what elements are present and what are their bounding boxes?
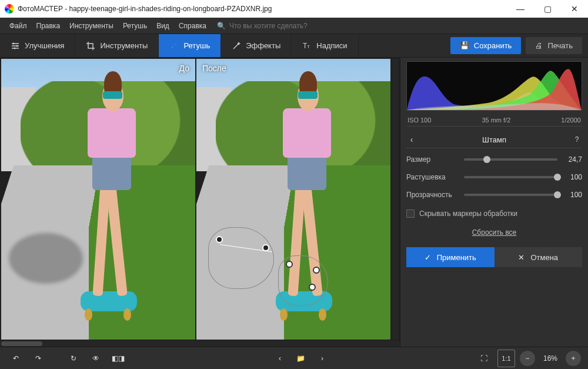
search-icon: 🔍 bbox=[217, 22, 226, 30]
checkbox-label: Скрывать маркеры обработки bbox=[419, 210, 517, 218]
slider-thumb[interactable] bbox=[483, 156, 490, 163]
checkbox[interactable] bbox=[406, 210, 415, 218]
zoom-in-button[interactable]: + bbox=[566, 351, 581, 366]
tab-text[interactable]: TT Надписи bbox=[292, 34, 358, 57]
save-label: Сохранить bbox=[474, 41, 512, 50]
nav-group: ‹ 📁 › bbox=[271, 350, 331, 367]
window-maximize-button[interactable]: ▢ bbox=[534, 0, 561, 18]
slider-label: Размер bbox=[406, 155, 459, 164]
slider-value: 24,7 bbox=[562, 155, 582, 164]
slider-label: Прозрачность bbox=[406, 191, 459, 199]
tab-label: Ретушь bbox=[183, 41, 210, 50]
menu-retouch[interactable]: Ретушь bbox=[118, 22, 152, 30]
side-panel: ISO 100 35 mm f/2 1/2000 ‹ Штамп ? Разме… bbox=[400, 58, 588, 347]
sliders-icon bbox=[11, 41, 20, 51]
stamp-target-marker[interactable] bbox=[262, 244, 269, 251]
search-input[interactable] bbox=[229, 22, 335, 30]
brush-icon bbox=[169, 41, 179, 51]
menu-file[interactable]: Файл bbox=[5, 22, 32, 30]
undo-button[interactable]: ↶ bbox=[7, 350, 25, 367]
tab-label: Улучшения bbox=[25, 41, 64, 50]
next-image-button[interactable]: › bbox=[313, 350, 331, 367]
tool-tabs: Улучшения Инструменты Ретушь Эффекты TT … bbox=[0, 34, 588, 58]
check-icon: ✓ bbox=[425, 253, 431, 262]
open-folder-button[interactable]: 📁 bbox=[292, 350, 310, 367]
tab-label: Эффекты bbox=[246, 41, 280, 50]
slider-label: Растушевка bbox=[406, 173, 459, 181]
print-button[interactable]: 🖨 Печать bbox=[526, 37, 582, 54]
reset-button[interactable]: ↻ bbox=[65, 350, 82, 367]
window-title: ФотоМАСТЕР - happy-teenage-girl-in-shade… bbox=[18, 5, 272, 13]
vertical-scrollbar[interactable] bbox=[392, 59, 399, 340]
print-label: Печать bbox=[547, 41, 573, 50]
canvas-area: До bbox=[0, 58, 400, 347]
menu-help[interactable]: Справка bbox=[174, 22, 211, 30]
slider-value: 100 bbox=[562, 173, 582, 181]
image-after[interactable]: После bbox=[196, 59, 390, 340]
tab-effects[interactable]: Эффекты bbox=[221, 34, 292, 57]
wand-icon bbox=[232, 41, 241, 51]
tab-enhancements[interactable]: Улучшения bbox=[0, 34, 75, 57]
compare-button[interactable]: ◧◨ bbox=[109, 350, 127, 367]
window-close-button[interactable]: ✕ bbox=[561, 0, 588, 18]
slider-thumb[interactable] bbox=[554, 191, 561, 198]
menu-tools[interactable]: Инструменты bbox=[65, 22, 118, 30]
save-button[interactable]: 💾 Сохранить bbox=[450, 37, 522, 54]
exif-focal: 35 mm f/2 bbox=[482, 117, 510, 124]
before-label: До bbox=[179, 64, 189, 73]
menu-view[interactable]: Вид bbox=[152, 22, 174, 30]
tab-label: Надписи bbox=[316, 41, 347, 50]
print-icon: 🖨 bbox=[535, 41, 543, 50]
after-label: После bbox=[202, 64, 226, 73]
panel-header: ‹ Штамп ? bbox=[406, 131, 582, 148]
save-icon: 💾 bbox=[460, 41, 469, 50]
tab-label: Инструменты bbox=[100, 41, 148, 50]
slider-thumb[interactable] bbox=[554, 174, 561, 181]
image-before[interactable]: До bbox=[1, 59, 195, 340]
stamp-handle[interactable] bbox=[309, 284, 316, 291]
window-minimize-button[interactable]: — bbox=[507, 0, 534, 18]
close-icon: ✕ bbox=[518, 253, 524, 262]
app-icon bbox=[5, 4, 14, 14]
cancel-label: Отмена bbox=[530, 253, 558, 262]
histogram[interactable] bbox=[406, 61, 582, 111]
exif-shutter: 1/2000 bbox=[561, 117, 581, 124]
cancel-button[interactable]: ✕ Отмена bbox=[495, 247, 583, 267]
svg-text:T: T bbox=[307, 44, 310, 49]
stamp-source-marker[interactable] bbox=[216, 236, 223, 243]
crop-icon bbox=[86, 41, 95, 51]
hide-markers-checkbox-row[interactable]: Скрывать маркеры обработки bbox=[406, 206, 582, 221]
menu-edit[interactable]: Правка bbox=[32, 22, 65, 30]
slider-track[interactable] bbox=[464, 194, 557, 196]
apply-label: Применить bbox=[437, 253, 476, 262]
redo-button[interactable]: ↷ bbox=[29, 350, 47, 367]
zoom-level: 16% bbox=[540, 354, 561, 363]
svg-point-1 bbox=[16, 45, 18, 46]
tab-instruments[interactable]: Инструменты bbox=[75, 34, 159, 57]
exif-iso: ISO 100 bbox=[407, 117, 431, 124]
panel-back-button[interactable]: ‹ bbox=[406, 135, 417, 144]
svg-point-2 bbox=[14, 47, 16, 49]
menubar: Файл Правка Инструменты Ретушь Вид Справ… bbox=[0, 18, 588, 34]
slider-track[interactable] bbox=[464, 158, 557, 161]
apply-button[interactable]: ✓ Применить bbox=[406, 247, 495, 267]
panel-title: Штамп bbox=[417, 135, 572, 144]
exif-row: ISO 100 35 mm f/2 1/2000 bbox=[406, 115, 582, 127]
panel-help-button[interactable]: ? bbox=[572, 135, 582, 144]
zoom-out-button[interactable]: − bbox=[520, 351, 535, 366]
horizontal-scrollbar[interactable] bbox=[0, 340, 400, 347]
bottom-toolbar: ↶ ↷ ↻ 👁 ◧◨ ‹ 📁 › ⛶ 1:1 − 16% + bbox=[0, 347, 588, 369]
text-icon: TT bbox=[302, 41, 312, 51]
slider-track[interactable] bbox=[464, 176, 557, 178]
window-titlebar: ФотоМАСТЕР - happy-teenage-girl-in-shade… bbox=[0, 0, 588, 18]
reset-all-link[interactable]: Сбросить все bbox=[406, 226, 582, 242]
stamp-handle[interactable] bbox=[313, 267, 320, 274]
prev-image-button[interactable]: ‹ bbox=[271, 350, 289, 367]
tab-retouch[interactable]: Ретушь bbox=[159, 34, 221, 57]
slider-value: 100 bbox=[562, 191, 582, 199]
fit-screen-button[interactable]: ⛶ bbox=[475, 350, 493, 367]
preview-toggle-button[interactable]: 👁 bbox=[87, 350, 105, 367]
actual-size-button[interactable]: 1:1 bbox=[497, 350, 515, 367]
slider-opacity: Прозрачность 100 bbox=[406, 188, 582, 201]
slider-feather: Растушевка 100 bbox=[406, 171, 582, 184]
